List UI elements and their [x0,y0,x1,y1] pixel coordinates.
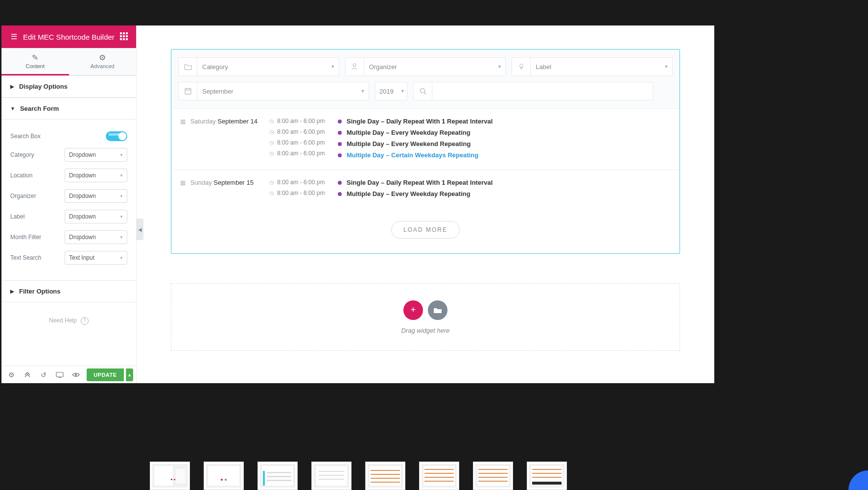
add-widget-button[interactable]: + [403,300,423,320]
thumbnail[interactable] [419,462,459,490]
event-time: ◷8:00 am - 6:00 pm [269,150,338,157]
event-time: ◷8:00 am - 6:00 pm [269,139,338,146]
filter-label[interactable]: Label ▼ [512,57,673,76]
svg-line-18 [424,93,426,95]
section-display-options-label: Display Options [19,83,68,90]
filter-month[interactable]: September ▼ [178,82,369,100]
form-row-select[interactable]: Dropdown [65,189,127,203]
svg-rect-7 [123,38,125,40]
thumbnail[interactable] [365,462,405,490]
clock-icon: ◷ [269,118,274,124]
user-icon [346,57,364,76]
svg-point-11 [75,374,77,376]
navigator-icon[interactable] [21,368,35,382]
event-dot-icon [338,120,342,123]
thumbnail[interactable] [311,462,352,490]
section-display-options[interactable]: ▶ Display Options [1,75,136,98]
event-title: Multiple Day – Every Weekday Repeating [347,129,470,136]
svg-rect-13 [185,89,191,94]
filter-category-select[interactable]: Category [197,58,327,75]
thumbnail[interactable] [204,462,244,490]
svg-rect-4 [123,35,125,37]
event-row[interactable]: Multiple Day – Every Weekday Repeating [338,190,680,197]
section-search-form[interactable]: ▼ Search Form [1,98,136,120]
filter-year-select[interactable]: 2019 [375,82,399,100]
apps-icon[interactable] [117,32,131,42]
filter-category[interactable]: Category ▼ [178,57,339,76]
clock-icon: ◷ [269,150,274,157]
preview-icon[interactable] [69,368,83,382]
settings-icon[interactable]: ⚙ [4,368,19,382]
responsive-icon[interactable] [52,368,67,382]
event-title: Multiple Day – Every Weekday Repeating [347,190,470,197]
form-row-select[interactable]: Dropdown [65,169,127,182]
svg-rect-3 [120,35,122,37]
thumbnail[interactable] [150,462,190,490]
event-dot-icon [338,142,342,146]
event-row[interactable]: Multiple Day – Certain Weekdays Repeatin… [338,151,680,159]
tab-content[interactable]: ✎ Content [1,48,69,75]
event-row[interactable]: Multiple Day – Every Weekend Repeating [338,140,680,147]
sidebar-title: Edit MEC Shortcode Builder [21,33,117,41]
need-help-link[interactable]: Need Help ? [1,302,136,340]
folder-widget-button[interactable] [428,300,447,320]
thumbnail[interactable] [258,462,298,490]
event-dot-icon [338,181,342,185]
form-row-select[interactable]: Dropdown [65,148,127,162]
thumbnail[interactable] [527,462,567,490]
folder-icon [179,57,197,76]
section-filter-options[interactable]: ▶ Filter Options [1,280,136,302]
chevron-down-icon: ▼ [327,64,339,69]
day-heading: ▦ Sunday September 15 [171,179,269,201]
clock-icon: ◷ [269,140,274,146]
thumbnail-strip [150,462,567,490]
calendar-small-icon: ▦ [180,118,186,125]
gear-icon: ⚙ [69,53,137,62]
form-row-label: Text Search [10,254,65,261]
filter-organizer-select[interactable]: Organizer [364,58,494,75]
event-row[interactable]: Multiple Day – Every Weekday Repeating [338,129,680,136]
widget-dropzone[interactable]: + Drag widget here [171,283,680,351]
form-row-label: Organizer [10,193,65,199]
filter-month-select[interactable]: September [197,82,357,100]
form-row-label: Category [10,151,65,158]
event-time: ◷8:00 am - 6:00 pm [269,190,338,196]
svg-rect-6 [120,38,122,40]
event-dot-icon [338,131,342,135]
form-row-select[interactable]: Dropdown [65,230,127,244]
filter-year[interactable]: 2019 ▼ [375,82,407,100]
hamburger-icon[interactable]: ☰ [6,32,21,41]
event-row[interactable]: Single Day – Daily Repeat With 1 Repeat … [338,179,680,186]
sidebar-collapse-handle[interactable]: ◀ [137,219,143,240]
chat-bubble-icon[interactable] [848,470,868,490]
form-row-select[interactable]: Text Input [65,251,127,265]
history-icon[interactable]: ↺ [37,368,51,382]
caret-down-icon: ▼ [10,106,15,111]
update-caret-button[interactable]: ▲ [126,368,133,381]
search-icon [414,82,432,100]
clock-icon: ◷ [269,190,274,196]
event-title: Single Day – Daily Repeat With 1 Repeat … [347,179,493,186]
event-time: ◷8:00 am - 6:00 pm [269,118,338,124]
svg-rect-0 [120,32,122,34]
calendar-icon [179,82,197,100]
event-time: ◷8:00 am - 6:00 pm [269,179,338,186]
chevron-down-icon: ▼ [660,64,672,69]
update-button[interactable]: UPDATE [87,368,123,381]
filter-search[interactable] [413,82,653,100]
form-row-label: Month Filter [10,234,65,241]
section-search-form-label: Search Form [20,105,59,112]
caret-right-icon: ▶ [10,289,14,294]
svg-point-17 [420,89,424,93]
thumbnail[interactable] [473,462,513,490]
form-row-select[interactable]: Dropdown [65,210,127,223]
tab-advanced[interactable]: ⚙ Advanced [69,48,137,75]
load-more-button[interactable]: LOAD MORE [391,221,460,239]
event-row[interactable]: Single Day – Daily Repeat With 1 Repeat … [338,118,680,125]
search-input[interactable] [432,82,653,100]
filter-organizer[interactable]: Organizer ▼ [345,57,506,76]
search-box-toggle[interactable] [106,131,127,141]
day-heading: ▦ Saturday September 14 [171,118,269,163]
help-icon: ? [81,317,89,325]
filter-label-select[interactable]: Label [531,58,660,75]
